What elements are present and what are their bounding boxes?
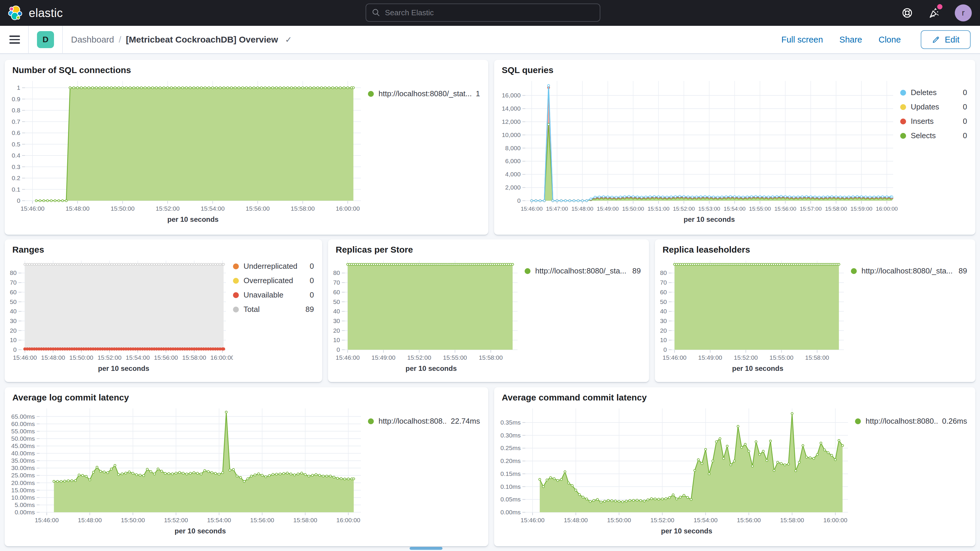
horizontal-scrollbar[interactable] xyxy=(410,547,442,550)
clone-button[interactable]: Clone xyxy=(878,35,901,45)
svg-text:60: 60 xyxy=(660,289,667,295)
legend-item[interactable]: Deletes0 xyxy=(900,88,967,97)
svg-text:16:00:00: 16:00:00 xyxy=(823,517,847,524)
svg-text:6,000: 6,000 xyxy=(505,158,521,164)
svg-text:15:50:00: 15:50:00 xyxy=(69,354,93,361)
panel-sql-queries: SQL queries 15:46:0015:47:0015:48:0015:4… xyxy=(494,60,975,235)
svg-text:30: 30 xyxy=(333,317,340,324)
svg-text:15:52:00: 15:52:00 xyxy=(156,205,180,212)
legend-label: Deletes xyxy=(911,88,937,97)
panel-title: Average command commit latency xyxy=(494,387,975,404)
svg-text:15:48:00: 15:48:00 xyxy=(571,205,593,212)
breadcrumb: Dashboard / [Metricbeat CockroachDB] Ove… xyxy=(71,35,292,45)
sql-queries-chart[interactable]: 15:46:0015:47:0015:48:0015:49:0015:50:00… xyxy=(494,76,900,226)
pencil-icon xyxy=(932,35,940,44)
svg-text:per 10 seconds: per 10 seconds xyxy=(406,365,457,372)
svg-text:0: 0 xyxy=(337,346,340,353)
breadcrumb-dashboard-link[interactable]: Dashboard xyxy=(71,35,114,45)
svg-text:15:53:00: 15:53:00 xyxy=(698,205,720,212)
svg-text:16,000: 16,000 xyxy=(502,92,520,99)
svg-text:15:46:00: 15:46:00 xyxy=(21,205,45,212)
svg-text:0: 0 xyxy=(17,197,21,204)
elastic-logo-icon xyxy=(8,5,24,21)
svg-text:15:48:00: 15:48:00 xyxy=(65,205,89,212)
svg-text:15:54:00: 15:54:00 xyxy=(126,354,150,361)
legend-dot-icon xyxy=(233,278,239,284)
svg-text:15:46:00: 15:46:00 xyxy=(336,354,360,361)
user-avatar[interactable]: r xyxy=(955,5,972,21)
full-screen-button[interactable]: Full screen xyxy=(781,35,823,45)
svg-text:40.00ms: 40.00ms xyxy=(11,450,35,457)
panel-title: Replicas per Store xyxy=(328,239,649,256)
svg-text:15:54:00: 15:54:00 xyxy=(694,517,718,524)
svg-text:15:56:00: 15:56:00 xyxy=(154,354,178,361)
svg-text:15:58:00: 15:58:00 xyxy=(825,205,847,212)
title-check-icon[interactable]: ✓ xyxy=(285,35,292,45)
legend-dot-icon xyxy=(851,268,857,274)
legend-item[interactable]: Inserts0 xyxy=(900,117,967,126)
panel-replica-leaseholders: Replica leaseholders 15:46:0015:49:0015:… xyxy=(655,239,975,382)
legend-dot-icon xyxy=(900,133,906,139)
edit-button[interactable]: Edit xyxy=(921,30,970,49)
legend-item[interactable]: http://localhost:8080/_stat...1 xyxy=(368,89,480,98)
legend-dot-icon xyxy=(233,263,239,269)
legend-item[interactable]: http://localhost:808...22.74ms xyxy=(368,417,480,426)
search-input[interactable] xyxy=(385,8,594,17)
svg-text:30: 30 xyxy=(660,317,667,324)
legend-item[interactable]: Total89 xyxy=(233,305,314,314)
svg-text:15:55:00: 15:55:00 xyxy=(443,354,467,361)
svg-text:50: 50 xyxy=(10,298,16,305)
svg-text:45.00ms: 45.00ms xyxy=(11,443,35,449)
svg-text:15:50:00: 15:50:00 xyxy=(111,205,135,212)
legend-item[interactable]: Underreplicated0 xyxy=(233,262,314,271)
legend-item[interactable]: http://localhost:8080/_sta...89 xyxy=(851,266,967,276)
svg-text:15:58:00: 15:58:00 xyxy=(805,354,829,361)
elastic-logo[interactable]: elastic xyxy=(8,5,63,21)
replica-leaseholders-chart[interactable]: 15:46:0015:49:0015:52:0015:55:0015:58:00… xyxy=(655,256,851,376)
svg-text:15:49:00: 15:49:00 xyxy=(698,354,722,361)
svg-text:20: 20 xyxy=(10,327,16,334)
legend-dot-icon xyxy=(525,268,530,274)
svg-text:16:00:00: 16:00:00 xyxy=(210,354,233,361)
global-search[interactable] xyxy=(366,3,600,22)
legend-item[interactable]: http://localhost:8080...0.26ms xyxy=(855,417,967,426)
notification-dot xyxy=(937,4,942,10)
svg-text:15:52:00: 15:52:00 xyxy=(97,354,121,361)
svg-text:70: 70 xyxy=(333,279,340,286)
legend-item[interactable]: Overreplicated0 xyxy=(233,276,314,285)
menu-button[interactable] xyxy=(10,35,20,44)
svg-text:0.2: 0.2 xyxy=(12,175,20,181)
svg-text:4,000: 4,000 xyxy=(505,171,521,177)
ranges-chart[interactable]: 15:46:0015:48:0015:50:0015:52:0015:54:00… xyxy=(5,256,233,376)
chart-legend: http://localhost:8080/_sta...89 xyxy=(525,256,649,281)
legend-label: Underreplicated xyxy=(243,262,298,271)
legend-value: 0 xyxy=(310,290,314,299)
sql-connections-chart[interactable]: 15:46:0015:48:0015:50:0015:52:0015:54:00… xyxy=(5,76,368,226)
legend-item[interactable]: Unavailable0 xyxy=(233,290,314,299)
svg-text:0.00ms: 0.00ms xyxy=(501,509,521,516)
svg-text:60: 60 xyxy=(10,289,16,295)
svg-text:15:47:00: 15:47:00 xyxy=(546,205,568,212)
svg-text:15:58:00: 15:58:00 xyxy=(479,354,503,361)
svg-text:15:52:00: 15:52:00 xyxy=(734,354,758,361)
svg-text:per 10 seconds: per 10 seconds xyxy=(684,215,735,223)
legend-dot-icon xyxy=(900,118,906,124)
dashboard-app-badge[interactable]: D xyxy=(37,31,54,48)
chart-legend: http://localhost:8080/_sta...89 xyxy=(851,256,975,281)
svg-text:per 10 seconds: per 10 seconds xyxy=(732,365,783,372)
legend-item[interactable]: Updates0 xyxy=(900,102,967,111)
svg-text:10,000: 10,000 xyxy=(502,131,520,138)
newsfeed-button[interactable] xyxy=(928,6,941,19)
svg-text:15:56:00: 15:56:00 xyxy=(250,517,274,524)
svg-text:55.00ms: 55.00ms xyxy=(11,428,35,435)
svg-text:20: 20 xyxy=(333,327,340,334)
svg-text:16:00:00: 16:00:00 xyxy=(876,205,898,212)
legend-item[interactable]: Selects0 xyxy=(900,131,967,140)
help-button[interactable] xyxy=(901,6,914,19)
legend-item[interactable]: http://localhost:8080/_sta...89 xyxy=(525,266,641,276)
share-button[interactable]: Share xyxy=(840,35,862,45)
replicas-per-store-chart[interactable]: 15:46:0015:49:0015:52:0015:55:0015:58:00… xyxy=(328,256,525,376)
log-commit-latency-chart[interactable]: 15:46:0015:48:0015:50:0015:52:0015:54:00… xyxy=(5,404,368,538)
svg-text:15.00ms: 15.00ms xyxy=(11,487,35,494)
command-commit-latency-chart[interactable]: 15:46:0015:48:0015:50:0015:52:0015:54:00… xyxy=(494,404,855,538)
